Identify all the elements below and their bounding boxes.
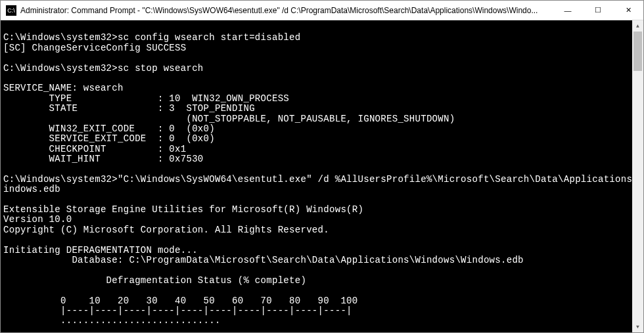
scroll-track[interactable] (632, 32, 643, 321)
cmd-icon: C:\ (6, 5, 16, 16)
close-button[interactable]: ✕ (613, 1, 643, 20)
vertical-scrollbar[interactable]: ▲ ▼ (632, 20, 643, 332)
window-title: Administrator: Command Prompt - "C:\Wind… (20, 6, 553, 15)
terminal-container: C:\Windows\system32>sc config wsearch st… (1, 20, 643, 332)
command-prompt-window: C:\ Administrator: Command Prompt - "C:\… (0, 0, 644, 333)
window-controls: — ☐ ✕ (553, 1, 643, 20)
scroll-thumb[interactable] (633, 32, 642, 71)
scroll-down-arrow[interactable]: ▼ (632, 321, 643, 332)
scroll-up-arrow[interactable]: ▲ (632, 20, 643, 32)
minimize-button[interactable]: — (553, 1, 583, 20)
maximize-button[interactable]: ☐ (583, 1, 613, 20)
terminal-output[interactable]: C:\Windows\system32>sc config wsearch st… (1, 20, 632, 332)
titlebar[interactable]: C:\ Administrator: Command Prompt - "C:\… (1, 1, 643, 20)
